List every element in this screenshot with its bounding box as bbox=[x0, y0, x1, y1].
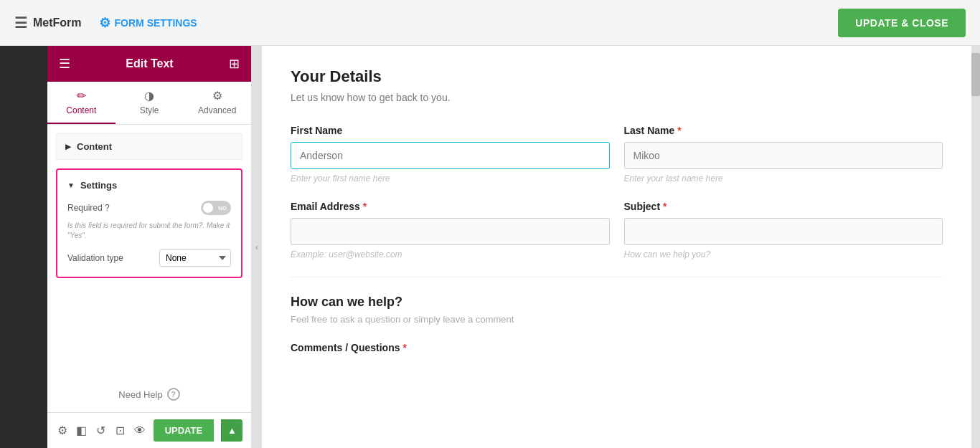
form-section-title: Your Details bbox=[291, 67, 943, 86]
subject-input[interactable] bbox=[624, 218, 943, 245]
validation-row: Validation type None Email URL Number bbox=[67, 249, 231, 267]
last-name-input[interactable] bbox=[624, 142, 943, 169]
responsive-toolbar-icon[interactable]: ⊡ bbox=[114, 421, 126, 441]
first-name-label: First Name bbox=[291, 125, 610, 136]
toggle-slider: NO bbox=[201, 201, 231, 215]
main-layout: ☰ Edit Text ⊞ ✏ Content ◑ Style ⚙ Advanc… bbox=[0, 46, 980, 448]
email-input[interactable] bbox=[291, 218, 610, 245]
last-name-required-star: * bbox=[677, 125, 681, 136]
content-section-label: Content bbox=[77, 141, 112, 152]
editor-header: ☰ Edit Text ⊞ bbox=[47, 46, 251, 82]
form-preview: Your Details Let us know how to get back… bbox=[262, 46, 971, 448]
style-tab-icon: ◑ bbox=[144, 89, 154, 103]
content-tab-icon: ✏ bbox=[77, 89, 86, 103]
form-row-contact: Email Address * Example: user@website.co… bbox=[291, 201, 943, 259]
metform-logo-text: MetForm bbox=[33, 16, 82, 29]
validation-select[interactable]: None Email URL Number bbox=[159, 249, 231, 267]
subject-hint: How can we help you? bbox=[624, 249, 943, 259]
email-required-star: * bbox=[363, 201, 367, 212]
last-name-hint: Enter your last name here bbox=[624, 173, 943, 184]
metform-logo: ☰ MetForm bbox=[14, 14, 82, 32]
content-section-arrow: ▶ bbox=[65, 143, 71, 151]
required-label: Required ? bbox=[67, 203, 110, 213]
how-help-title: How can we help? bbox=[291, 295, 943, 310]
how-help-subtitle: Feel free to ask a question or simply le… bbox=[291, 314, 943, 325]
required-row: Required ? NO bbox=[67, 201, 231, 215]
editor-panel: ☰ Edit Text ⊞ ✏ Content ◑ Style ⚙ Advanc… bbox=[47, 46, 252, 448]
layers-toolbar-icon[interactable]: ◧ bbox=[75, 421, 88, 441]
need-help-label: Need Help bbox=[118, 389, 162, 400]
right-scrollbar[interactable] bbox=[971, 46, 980, 448]
last-name-field: Last Name * Enter your last name here bbox=[624, 125, 943, 184]
top-bar-left: ☰ MetForm ⚙ FORM SETTINGS bbox=[14, 14, 197, 32]
editor-tabs: ✏ Content ◑ Style ⚙ Advanced bbox=[47, 82, 251, 125]
subject-label: Subject * bbox=[624, 201, 943, 212]
first-name-hint: Enter your first name here bbox=[291, 173, 610, 184]
settings-label: Settings bbox=[80, 180, 117, 191]
required-toggle[interactable]: NO bbox=[201, 201, 231, 215]
tab-style-label: Style bbox=[140, 105, 159, 115]
tab-content-label: Content bbox=[66, 105, 96, 115]
email-field: Email Address * Example: user@website.co… bbox=[291, 201, 610, 259]
advanced-tab-icon: ⚙ bbox=[212, 89, 222, 103]
form-settings-label: FORM SETTINGS bbox=[115, 17, 197, 29]
form-settings-button[interactable]: ⚙ FORM SETTINGS bbox=[99, 15, 197, 31]
tab-advanced-label: Advanced bbox=[198, 105, 236, 115]
update-close-button[interactable]: UPDATE & CLOSE bbox=[838, 9, 966, 37]
collapse-handle[interactable]: ‹ bbox=[252, 46, 262, 448]
history-toolbar-icon[interactable]: ↺ bbox=[95, 421, 107, 441]
top-bar: ☰ MetForm ⚙ FORM SETTINGS UPDATE & CLOSE bbox=[0, 0, 980, 46]
comments-required-star: * bbox=[402, 342, 406, 353]
metform-logo-icon: ☰ bbox=[14, 14, 27, 32]
subject-required-star: * bbox=[663, 201, 666, 212]
last-name-label: Last Name * bbox=[624, 125, 943, 136]
settings-box: ▼ Settings Required ? NO Is this field i… bbox=[56, 168, 242, 278]
settings-header[interactable]: ▼ Settings bbox=[67, 180, 231, 191]
subject-field: Subject * How can we help you? bbox=[624, 201, 943, 259]
form-row-name: First Name Enter your first name here La… bbox=[291, 125, 943, 184]
settings-arrow: ▼ bbox=[67, 181, 75, 189]
form-section-subtitle: Let us know how to get back to you. bbox=[291, 92, 943, 103]
tab-content[interactable]: ✏ Content bbox=[47, 82, 116, 124]
required-hint: Is this field is required for submit the… bbox=[67, 221, 231, 241]
comments-label: Comments / Questions * bbox=[291, 342, 943, 353]
gear-icon: ⚙ bbox=[99, 15, 110, 31]
help-icon: ? bbox=[167, 388, 180, 401]
first-name-field: First Name Enter your first name here bbox=[291, 125, 610, 184]
form-divider bbox=[291, 277, 943, 277]
update-dropdown-button[interactable]: ▲ bbox=[221, 419, 242, 442]
first-name-input[interactable] bbox=[291, 142, 610, 169]
preview-toolbar-icon[interactable]: 👁 bbox=[134, 421, 146, 441]
bottom-toolbar: ⚙ ◧ ↺ ⊡ 👁 UPDATE ▲ bbox=[47, 412, 251, 448]
need-help[interactable]: Need Help ? bbox=[47, 376, 251, 412]
toggle-no-label: NO bbox=[218, 205, 227, 211]
tab-style[interactable]: ◑ Style bbox=[116, 82, 184, 124]
menu-icon[interactable]: ☰ bbox=[59, 56, 70, 72]
grid-icon[interactable]: ⊞ bbox=[229, 56, 240, 72]
scrollbar-thumb bbox=[971, 53, 980, 96]
settings-toolbar-icon[interactable]: ⚙ bbox=[56, 421, 68, 441]
tab-advanced[interactable]: ⚙ Advanced bbox=[183, 82, 251, 124]
panel-content: ▶ Content ▼ Settings Required ? NO bbox=[47, 125, 251, 376]
editor-title: Edit Text bbox=[126, 57, 173, 70]
content-section[interactable]: ▶ Content bbox=[56, 133, 242, 160]
dark-sidebar bbox=[0, 46, 47, 448]
email-hint: Example: user@website.com bbox=[291, 249, 610, 259]
update-button[interactable]: UPDATE bbox=[154, 419, 214, 442]
email-label: Email Address * bbox=[291, 201, 610, 212]
validation-label: Validation type bbox=[67, 253, 123, 263]
